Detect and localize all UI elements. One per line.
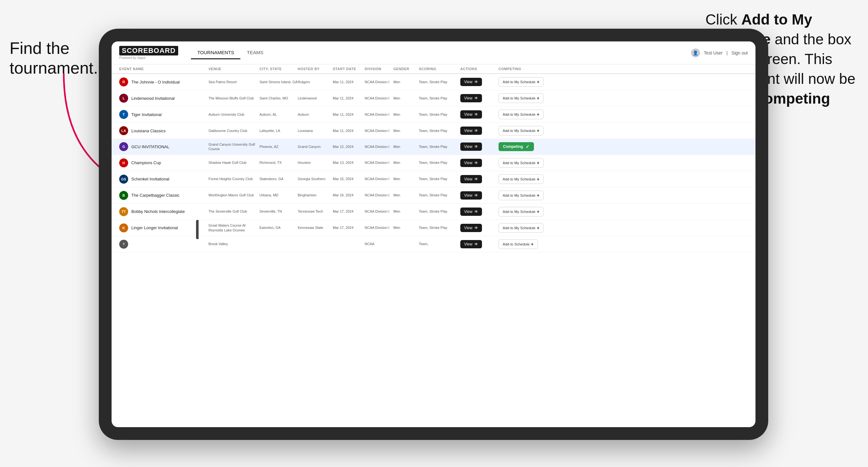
tab-tournaments[interactable]: TOURNAMENTS [191,46,241,59]
plus-icon: + [537,225,539,230]
view-label: View [464,210,472,214]
start-date-cell: Mar 17, 2024 [333,209,365,214]
view-button[interactable]: View 👁 [460,240,482,248]
hosted-by-cell: Auburn [298,112,333,117]
view-button[interactable]: View 👁 [460,159,482,167]
start-date-cell: Mar 11, 2024 [333,128,365,133]
team-logo: H [119,158,128,167]
add-to-schedule-button[interactable]: Add to My Schedule + [499,77,544,87]
action-cell: View 👁 [460,94,499,102]
venue-cell: Auburn University Club [209,112,259,117]
venue-cell: Sea Palms Resort [209,80,259,84]
hosted-by-cell: Georgia Southern [298,177,333,181]
start-date-cell: Mar 11, 2024 [333,96,365,100]
venue-cell: Brook Valley [209,242,259,246]
city-state-cell: Eatonton, GA [259,225,298,230]
header-right: 👤 Test User | Sign out [691,49,748,57]
event-name-text: Louisiana Classics [131,128,166,133]
competing-cell: Add to Schedule + [499,240,550,249]
table-row: KLinger Longer InvitationalGreat Waters … [112,220,755,236]
city-state-cell: Saint Charles, MO [259,96,298,100]
add-to-schedule-button[interactable]: Add to My Schedule + [499,191,544,200]
action-cell: View 👁 [460,175,499,183]
view-button[interactable]: View 👁 [460,78,482,86]
eye-icon: 👁 [474,80,478,84]
add-to-schedule-button[interactable]: Add to My Schedule + [499,93,544,103]
hosted-by-cell: Grand Canyon [298,145,333,149]
eye-icon: 👁 [474,226,478,230]
start-date-cell: Mar 11, 2024 [333,80,365,84]
gender-cell: Men [393,177,419,181]
view-label: View [464,161,472,165]
col-venue: VENUE [209,67,259,71]
hosted-by-cell: Houston [298,160,333,165]
city-state-cell: Richmond, TX [259,160,298,165]
table-row: TTiger InvitationalAuburn University Clu… [112,106,755,123]
view-button[interactable]: View 👁 [460,94,482,102]
city-state-cell: Urbana, MD [259,193,298,197]
view-label: View [464,112,472,117]
add-to-schedule-button[interactable]: Add to My Schedule + [499,110,544,119]
user-avatar: 👤 [691,49,700,57]
view-button[interactable]: View 👁 [460,143,482,151]
view-button[interactable]: View 👁 [460,175,482,183]
table-row: GSSchenkel InvitationalForest Heights Co… [112,171,755,187]
gender-cell: Men [393,145,419,149]
sign-out-link[interactable]: Sign out [732,50,748,56]
action-cell: View 👁 [460,191,499,199]
event-name-cell: LALouisiana Classics [119,126,209,135]
eye-icon: 👁 [474,145,478,149]
start-date-cell: Mar 17, 2024 [333,225,365,230]
gender-cell: Men [393,96,419,100]
venue-cell: Great Waters Course At Reynolds Lake Oco… [209,223,259,232]
scoring-cell: Team, Stroke Play [419,225,460,230]
action-cell: View 👁 [460,159,499,167]
add-to-schedule-button[interactable]: Add to My Schedule + [499,158,544,168]
view-button[interactable]: View 👁 [460,224,482,232]
view-label: View [464,128,472,133]
add-to-schedule-button[interactable]: Add to My Schedule + [499,223,544,233]
action-cell: View 👁 [460,78,499,86]
event-name-cell: LLindenwood Invitational [119,94,209,103]
competing-cell: Add to My Schedule + [499,110,550,119]
team-logo: G [119,142,128,151]
city-state-cell: Auburn, AL [259,112,298,117]
competing-cell: Add to My Schedule + [499,126,550,135]
division-cell: NCAA Division I [365,177,393,181]
plus-icon: + [537,193,539,198]
table-body: RThe Johnnie - O IndividualSea Palms Res… [112,74,755,427]
event-name-text: Lindenwood Invitational [131,96,175,101]
scoring-cell: Team, Stroke Play [419,193,460,197]
action-cell: View 👁 [460,110,499,119]
division-cell: NCAA Division I [365,225,393,230]
start-date-cell: Mar 16, 2024 [333,193,365,197]
add-to-schedule-button[interactable]: Add to My Schedule + [499,207,544,216]
competing-label: Competing [503,145,523,149]
add-to-schedule-button[interactable]: Add to My Schedule + [499,175,544,184]
table-row: TTBobby Nichols IntercollegiateThe Sevie… [112,204,755,220]
add-to-schedule-button[interactable]: Add to Schedule + [499,240,538,249]
event-name-text: The Carpetbagger Classic [131,193,180,198]
venue-cell: The Sevierville Golf Club [209,209,259,214]
tab-teams[interactable]: TEAMS [240,46,270,59]
division-cell: NCAA Division I [365,209,393,214]
view-button[interactable]: View 👁 [460,127,482,135]
add-to-schedule-button[interactable]: Add to My Schedule + [499,126,544,135]
division-cell: NCAA Division I [365,80,393,84]
view-button[interactable]: View 👁 [460,110,482,119]
tablet-frame: SCOREBOARD Powered by clippd TOURNAMENTS… [99,29,768,440]
hosted-by-cell: Kennesaw State [298,225,333,230]
view-button[interactable]: View 👁 [460,208,482,216]
plus-icon: + [537,112,539,117]
scoring-cell: Team, Stroke Play [419,209,460,214]
view-label: View [464,145,472,149]
gender-cell: Men [393,112,419,117]
view-button[interactable]: View 👁 [460,191,482,199]
table-row: GGCU INVITATIONALGrand Canyon University… [112,139,755,155]
plus-icon: + [537,177,539,182]
start-date-cell: Mar 12, 2024 [333,145,365,149]
view-label: View [464,226,472,230]
hosted-by-cell: Lindenwood [298,96,333,100]
action-cell: View 👁 [460,127,499,135]
competing-button[interactable]: Competing ✓ [499,142,534,151]
